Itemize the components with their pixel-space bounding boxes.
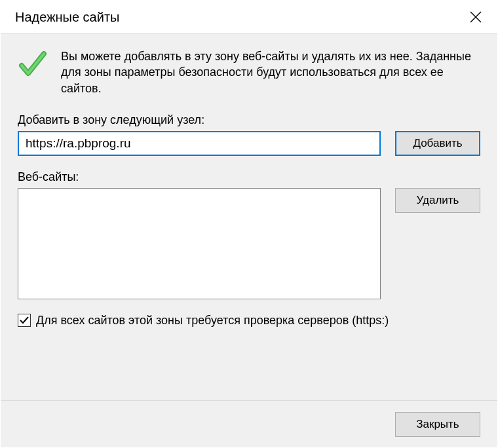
websites-label: Веб-сайты:: [18, 170, 480, 184]
add-site-label: Добавить в зону следующий узел:: [18, 113, 480, 127]
websites-row: Удалить: [18, 188, 480, 299]
close-icon[interactable]: [466, 7, 486, 27]
intro-text: Вы можете добавлять в эту зону веб-сайты…: [61, 48, 480, 96]
dialog-title: Надежные сайты: [15, 10, 119, 25]
https-checkbox-label: Для всех сайтов этой зоны требуется пров…: [36, 314, 389, 327]
close-button[interactable]: Закрыть: [395, 412, 480, 437]
add-site-row: Добавить: [18, 131, 480, 156]
intro-section: Вы можете добавлять в эту зону веб-сайты…: [18, 48, 480, 96]
websites-listbox[interactable]: [18, 188, 381, 299]
checkmark-icon: [18, 48, 49, 96]
titlebar: Надежные сайты: [1, 1, 497, 33]
remove-button[interactable]: Удалить: [395, 188, 480, 213]
dialog-body: Вы можете добавлять в эту зону веб-сайты…: [1, 33, 497, 400]
add-site-input[interactable]: [18, 131, 381, 156]
https-checkbox[interactable]: [18, 314, 31, 327]
dialog-footer: Закрыть: [1, 400, 497, 447]
add-button[interactable]: Добавить: [395, 131, 480, 156]
https-checkbox-row[interactable]: Для всех сайтов этой зоны требуется пров…: [18, 314, 480, 327]
trusted-sites-dialog: Надежные сайты Вы можете добавлять в эту…: [0, 0, 498, 448]
